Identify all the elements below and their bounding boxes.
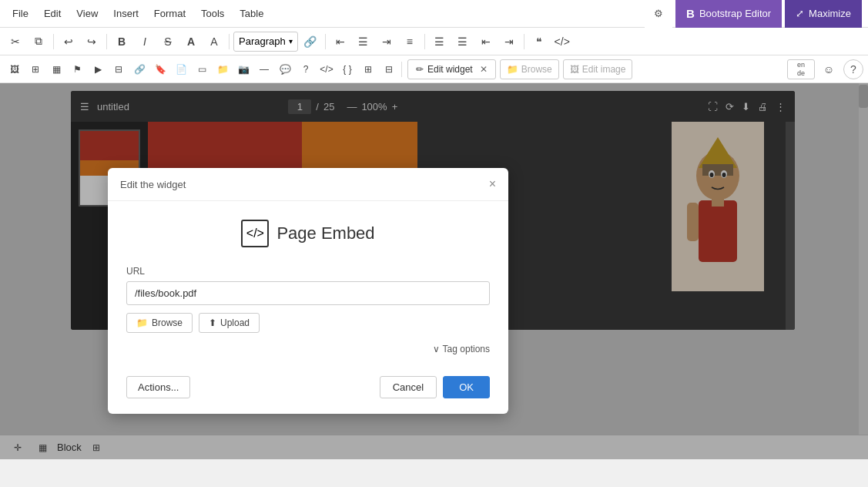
menu-tools[interactable]: Tools bbox=[195, 5, 230, 22]
menu-format[interactable]: Format bbox=[148, 5, 192, 22]
sep1 bbox=[53, 34, 54, 49]
question-button[interactable]: ? bbox=[296, 59, 316, 79]
editor-area: ☰ untitled / 25 — 100% + ⛶ ⟳ ⬇ 🖨 ⋮ bbox=[0, 83, 868, 459]
align-left-button[interactable]: ⇤ bbox=[330, 31, 351, 52]
sep6 bbox=[524, 34, 524, 49]
browse-button-2[interactable]: 📁 Browse bbox=[500, 59, 559, 79]
align-justify-button[interactable]: ≡ bbox=[399, 31, 421, 52]
table-insert-button[interactable]: ⊟ bbox=[109, 59, 129, 79]
help-button[interactable]: ? bbox=[843, 59, 863, 79]
settings-button[interactable]: ⚙ bbox=[645, 0, 672, 28]
edit-widget-label: Edit widget bbox=[427, 64, 473, 75]
copy-button[interactable]: ⧉ bbox=[28, 31, 49, 52]
menu-view[interactable]: View bbox=[70, 5, 104, 22]
gallery-button[interactable]: ⊞ bbox=[25, 59, 45, 79]
file-button[interactable]: 📄 bbox=[171, 59, 191, 79]
url-input[interactable] bbox=[126, 281, 490, 305]
edit-widget-modal: Edit the widget × </> Page Embed URL 📁 B… bbox=[108, 168, 508, 414]
font-color-button[interactable]: A bbox=[180, 31, 202, 52]
sep5 bbox=[424, 34, 425, 49]
chevron-down-icon: ▾ bbox=[289, 37, 293, 45]
menu-insert[interactable]: Insert bbox=[107, 5, 145, 22]
image-insert-button[interactable]: 🖼 bbox=[5, 59, 25, 79]
special-char-button[interactable]: </> bbox=[317, 59, 337, 79]
bookmark-button[interactable]: 🔖 bbox=[150, 59, 170, 79]
code-button[interactable]: </> bbox=[551, 31, 573, 52]
menu-edit[interactable]: Edit bbox=[38, 5, 67, 22]
edit-image-icon: 🖼 bbox=[570, 64, 579, 75]
hr-button[interactable]: — bbox=[254, 59, 274, 79]
chevron-down-icon: ∨ bbox=[433, 344, 440, 354]
edit-widget-button[interactable]: ✏ Edit widget ✕ bbox=[407, 59, 496, 79]
code2-button[interactable]: { } bbox=[337, 59, 357, 79]
modal-header: Edit the widget × bbox=[108, 168, 508, 201]
edit-image-label: Edit image bbox=[582, 64, 626, 75]
maximize-icon: ⤢ bbox=[796, 8, 804, 19]
flag-button[interactable]: ⚑ bbox=[67, 59, 87, 79]
grid2-button[interactable]: ⊞ bbox=[358, 59, 378, 79]
maximize-label: Maximize bbox=[809, 8, 851, 19]
redo-button[interactable]: ↪ bbox=[81, 31, 102, 52]
ok-button[interactable]: OK bbox=[443, 376, 490, 398]
photo-button[interactable]: 📷 bbox=[233, 59, 253, 79]
cancel-button[interactable]: Cancel bbox=[380, 376, 437, 398]
browse-label: Browse bbox=[521, 64, 552, 75]
slideshow-button[interactable]: ▦ bbox=[46, 59, 66, 79]
list-ul-button[interactable]: ☰ bbox=[429, 31, 451, 52]
modal-body: </> Page Embed URL 📁 Browse ⬆ Upload bbox=[108, 201, 508, 367]
menu-table[interactable]: Table bbox=[233, 5, 270, 22]
modal-overlay: Edit the widget × </> Page Embed URL 📁 B… bbox=[0, 83, 868, 459]
edit-image-button[interactable]: 🖼 Edit image bbox=[563, 59, 633, 79]
link-button[interactable]: 🔗 bbox=[300, 31, 321, 52]
language-button[interactable]: ende bbox=[787, 59, 815, 79]
maximize-button[interactable]: ⤢ Maximize bbox=[785, 0, 862, 28]
strikethrough-button[interactable]: S bbox=[157, 31, 179, 52]
url-label: URL bbox=[126, 266, 490, 277]
footer-right: Cancel OK bbox=[380, 376, 490, 398]
italic-button[interactable]: I bbox=[134, 31, 156, 52]
sep3 bbox=[229, 34, 230, 49]
indent-dec-button[interactable]: ⇤ bbox=[475, 31, 497, 52]
modal-footer: Actions... Cancel OK bbox=[108, 367, 508, 414]
undo-button[interactable]: ↩ bbox=[58, 31, 79, 52]
sep2 bbox=[106, 34, 107, 49]
emoji-button[interactable]: ☺ bbox=[818, 59, 840, 80]
video-button[interactable]: ▶ bbox=[88, 59, 108, 79]
upload-icon: ⬆ bbox=[209, 317, 216, 328]
indent-inc-button[interactable]: ⇥ bbox=[498, 31, 520, 52]
bootstrap-editor-button[interactable]: B Bootstrap Editor bbox=[675, 0, 782, 28]
actions-button[interactable]: Actions... bbox=[126, 376, 190, 398]
highlight-button[interactable]: A bbox=[203, 31, 225, 52]
folder-button[interactable]: 📁 bbox=[213, 59, 233, 79]
embed-icon: </> bbox=[241, 220, 269, 247]
paragraph-label: Paragraph bbox=[239, 35, 286, 47]
folder-icon: 📁 bbox=[507, 64, 518, 75]
tag-options-label: Tag options bbox=[443, 344, 490, 354]
icon-bar: 🖼 ⊞ ▦ ⚑ ▶ ⊟ 🔗 🔖 📄 ▭ 📁 📷 — 💬 ? </> { } ⊞ … bbox=[0, 55, 868, 83]
browse-button[interactable]: 📁 Browse bbox=[126, 313, 193, 333]
layout-button[interactable]: ▭ bbox=[192, 59, 212, 79]
bootstrap-label: Bootstrap Editor bbox=[699, 8, 771, 19]
edit-widget-close[interactable]: ✕ bbox=[480, 64, 488, 75]
link2-button[interactable]: 🔗 bbox=[129, 59, 149, 79]
align-right-button[interactable]: ⇥ bbox=[376, 31, 397, 52]
paragraph-select[interactable]: Paragraph ▾ bbox=[233, 32, 298, 52]
browse-folder-icon: 📁 bbox=[136, 317, 148, 328]
modal-title: Edit the widget bbox=[120, 179, 186, 190]
modal-icon-title: </> Page Embed bbox=[126, 220, 490, 247]
menu-file[interactable]: File bbox=[6, 5, 35, 22]
toolbar-row-1: ✂ ⧉ ↩ ↪ B I S A A Paragraph ▾ 🔗 ⇤ ☰ ⇥ ≡ … bbox=[0, 28, 868, 55]
field-buttons: 📁 Browse ⬆ Upload bbox=[126, 313, 490, 333]
module-button[interactable]: ⊟ bbox=[379, 59, 399, 79]
cut-button[interactable]: ✂ bbox=[5, 31, 26, 52]
bold-button[interactable]: B bbox=[111, 31, 132, 52]
upload-button[interactable]: ⬆ Upload bbox=[199, 313, 260, 333]
modal-close-button[interactable]: × bbox=[489, 177, 496, 191]
speech-button[interactable]: 💬 bbox=[275, 59, 295, 79]
tag-options[interactable]: ∨ Tag options bbox=[126, 344, 490, 354]
list-ol-button[interactable]: ☰ bbox=[452, 31, 474, 52]
menu-bar: File Edit View Insert Format Tools Table… bbox=[0, 0, 868, 28]
embed-title: Page Embed bbox=[276, 223, 374, 244]
quote-button[interactable]: ❝ bbox=[528, 31, 550, 52]
align-center-button[interactable]: ☰ bbox=[353, 31, 374, 52]
